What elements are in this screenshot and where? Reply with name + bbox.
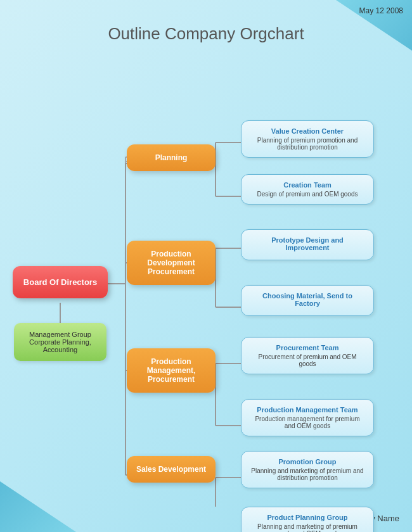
dept-sales-label: Sales Development	[136, 465, 206, 474]
dept-prod-dev-label: Production DevelopmentProcurement	[147, 250, 195, 276]
sub-m1-title: Procurement Team	[249, 344, 366, 352]
board-of-directors[interactable]: Board Of Directors	[13, 266, 108, 298]
sub-s2-desc: Planning and marketing of premium goods …	[249, 523, 366, 532]
chart-area: Board Of Directors Management GroupCorpo…	[0, 51, 412, 507]
board-label: Board Of Directors	[23, 277, 97, 287]
mgmt-label: Management GroupCorporate Planning,Accou…	[29, 331, 91, 353]
sub-p2-title: Creation Team	[249, 181, 366, 189]
sub-production-management-team: Production Management Team Production ma…	[241, 399, 374, 436]
management-group: Management GroupCorporate Planning,Accou…	[14, 323, 106, 361]
sub-procurement-team: Procurement Team Procurement of premium …	[241, 337, 374, 374]
sub-promotion-group: Promotion Group Planning and marketing o…	[241, 451, 374, 488]
sub-m1-desc: Procurement of premium and OEM goods	[249, 353, 366, 367]
sub-d2-title: Choosing Material, Send to Factory	[249, 292, 366, 307]
sub-p1-desc: Planning of premium promotion and distri…	[249, 137, 366, 151]
sub-prototype-design: Prototype Design and Improvement	[241, 229, 374, 260]
sub-d1-title: Prototype Design and Improvement	[249, 236, 366, 251]
dept-production-management[interactable]: Production Management,Procurement	[127, 348, 216, 393]
sub-s1-desc: Planning and marketing of premium and di…	[249, 467, 366, 481]
sub-p2-desc: Design of premium and OEM goods	[249, 191, 366, 198]
sub-product-planning-group: Product Planning Group Planning and mark…	[241, 507, 374, 532]
sub-m2-desc: Production management for premium and OE…	[249, 415, 366, 429]
sub-m2-title: Production Management Team	[249, 406, 366, 414]
sub-p1-title: Value Creation Center	[249, 127, 366, 135]
sub-choosing-material: Choosing Material, Send to Factory	[241, 285, 374, 316]
dept-planning[interactable]: Planning	[127, 144, 216, 171]
date-label: May 12 2008	[359, 6, 403, 15]
dept-prod-mgmt-label: Production Management,Procurement	[147, 357, 196, 384]
sub-s2-title: Product Planning Group	[249, 514, 366, 521]
dept-planning-label: Planning	[155, 153, 188, 162]
sub-value-creation-center: Value Creation Center Planning of premiu…	[241, 120, 374, 158]
dept-sales[interactable]: Sales Development	[127, 456, 216, 483]
dept-production-development[interactable]: Production DevelopmentProcurement	[127, 241, 216, 285]
sub-s1-title: Promotion Group	[249, 458, 366, 466]
sub-creation-team: Creation Team Design of premium and OEM …	[241, 174, 374, 205]
